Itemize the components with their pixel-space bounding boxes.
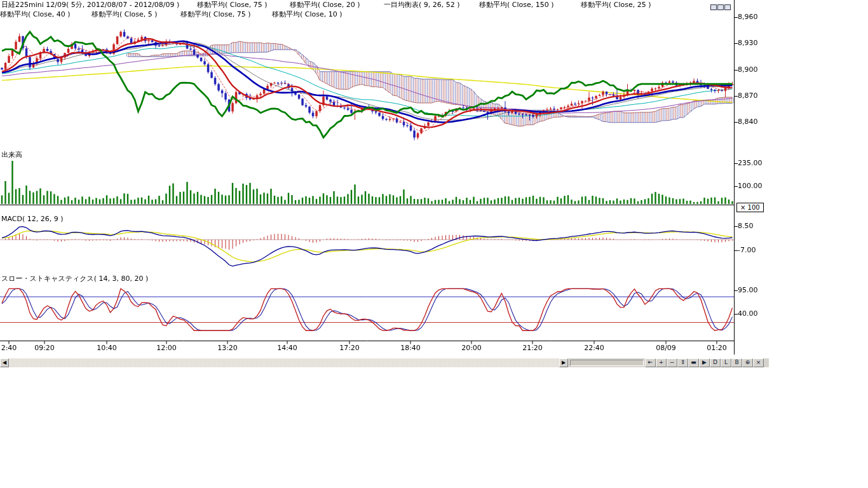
time-label: 17:20 (339, 344, 360, 352)
volume-tick-label: 235.00 (738, 159, 763, 167)
toolbar-zoom-in-button[interactable]: + (656, 358, 667, 367)
toolbar-line-mode-button[interactable]: L (721, 358, 731, 367)
time-label: 2:40 (1, 344, 17, 352)
window-controls[interactable] (710, 1, 731, 13)
price-tick-label: 8,840 (738, 118, 758, 126)
toolbar-play-button[interactable]: ▶ (699, 358, 710, 367)
indicator-label-ma75: 移動平均( Close, 75 ) (197, 1, 268, 9)
time-label: 14:40 (277, 344, 297, 352)
indicator-label-ma75b: 移動平均( Close, 75 ) (180, 10, 251, 18)
toolbar-pan-left-button[interactable]: ⇤ (645, 358, 656, 367)
time-label: 09:20 (34, 344, 55, 352)
time-label: 12:00 (156, 344, 177, 352)
stoch-tick-label: 40.00 (738, 309, 758, 318)
indicator-label-ma20: 移動平均( Close, 20 ) (290, 1, 360, 9)
time-label: 20:00 (461, 344, 482, 352)
time-label: 18:40 (400, 344, 421, 352)
price-tick-label: 8,960 (738, 13, 758, 21)
toolbar-zoom-out-button[interactable]: − (667, 358, 677, 367)
scrollbar-track[interactable] (9, 358, 559, 367)
chart-toolbar: ⇤+−⇕▬▶DLB⊕× (645, 358, 769, 367)
stoch-tick-label: 95.00 (738, 286, 758, 294)
toolbar-data-window-button[interactable]: D (710, 358, 721, 367)
time-label: 08/09 (656, 344, 676, 352)
macd-tick-label: -7.00 (738, 246, 756, 254)
mini-window-icon[interactable] (724, 4, 731, 10)
scrollbar-spacer (570, 360, 644, 366)
volume-tick-label: 100.00 (738, 182, 763, 190)
indicator-label-ma40: 移動平均( Close, 40 ) (0, 10, 71, 18)
price-tick-label: 8,900 (738, 65, 758, 74)
toolbar-crosshair-button[interactable]: ⊕ (742, 358, 753, 367)
toolbar-bar-mode-button[interactable]: B (731, 358, 742, 367)
time-label: 01:20 (707, 344, 727, 352)
price-tick-label: 8,930 (738, 39, 758, 47)
time-label: 10:40 (97, 344, 117, 352)
horizontal-scrollbar: ◀ ▶ ⇤+−⇕▬▶DLB⊕× (0, 358, 769, 367)
toolbar-fit-vertical-button[interactable]: ⇕ (677, 358, 688, 367)
indicator-label-ichimoku: 一目均衡表( 9, 26, 52 ) (384, 1, 460, 9)
chart-title: 日経225mini 12/09( 5分, 2012/08/07 - 2012/0… (1, 1, 179, 9)
scroll-right-button[interactable]: ▶ (559, 358, 568, 367)
price-tick-label: 8,870 (738, 92, 758, 100)
time-label: 21:20 (522, 344, 543, 352)
time-label: 13:20 (217, 344, 238, 352)
chart-application-window: 日経225mini 12/09( 5分, 2012/08/07 - 2012/0… (0, 0, 868, 488)
indicator-label-ma10: 移動平均( Close, 10 ) (272, 10, 342, 18)
indicator-label-ma150: 移動平均( Close, 150 ) (479, 1, 554, 9)
mini-window-icon[interactable] (717, 4, 724, 10)
toolbar-close-button[interactable]: × (753, 358, 764, 367)
macd-tick-label: 8.50 (738, 222, 754, 230)
toolbar-bar-width-button[interactable]: ▬ (688, 358, 699, 367)
macd-panel-label: MACD( 12, 26, 9 ) (1, 215, 64, 223)
volume-multiplier-badge: × 100 (736, 203, 764, 212)
indicator-label-ma25: 移動平均( Close, 25 ) (581, 1, 651, 9)
scroll-left-button[interactable]: ◀ (0, 358, 9, 367)
time-label: 22:40 (584, 344, 604, 352)
indicator-label-ma5: 移動平均( Close, 5 ) (92, 10, 158, 18)
mini-window-icon[interactable] (710, 4, 717, 10)
volume-panel-label: 出来高 (1, 151, 22, 159)
stochastics-panel-label: スロー・ストキャスティクス( 14, 3, 80, 20 ) (1, 274, 148, 283)
